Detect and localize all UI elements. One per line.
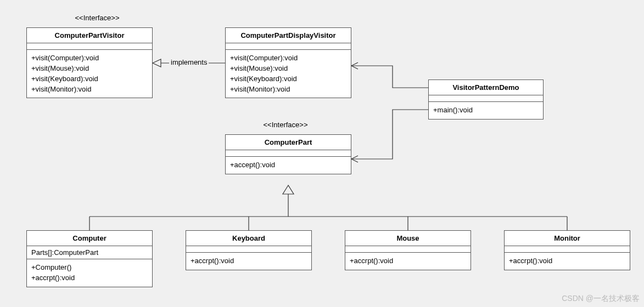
class-methods: +visit(Computer):void +visit(Mouse):void… xyxy=(226,50,351,98)
class-title: VisitorPatternDemo xyxy=(429,80,543,95)
class-computerpart: ComputerPart +accept():void xyxy=(225,134,351,174)
class-title: Monitor xyxy=(505,231,630,246)
class-monitor: Monitor +accrpt():void xyxy=(504,230,630,270)
class-methods: +main():void xyxy=(429,102,543,119)
class-title: ComputerPartDisplayVisitor xyxy=(226,28,351,43)
class-attributes xyxy=(345,246,471,253)
class-computerpartdisplayvisitor: ComputerPartDisplayVisitor +visit(Comput… xyxy=(225,27,351,98)
class-methods: +accrpt():void xyxy=(186,253,311,270)
class-methods: +visit(Computer):void +visit(Mouse):void… xyxy=(27,50,152,98)
class-attributes: Parts[]:ComputerPart xyxy=(27,246,152,259)
class-title: Computer xyxy=(27,231,152,246)
class-computer: Computer Parts[]:ComputerPart +Computer(… xyxy=(26,230,153,287)
stereotype-interface-part: <<Interface>> xyxy=(250,121,321,129)
class-methods: +Computer() +accrpt():void xyxy=(27,259,152,287)
svg-marker-2 xyxy=(283,185,294,194)
class-visitorpatterndemo: VisitorPatternDemo +main():void xyxy=(428,79,544,120)
stereotype-interface-visitor: <<Interface>> xyxy=(61,14,133,22)
watermark: CSDN @一名技术极客 xyxy=(562,294,640,304)
edge-label-implements: implements xyxy=(169,58,209,66)
class-title: ComputerPart xyxy=(226,135,351,150)
svg-marker-1 xyxy=(153,59,161,67)
class-methods: +accrpt():void xyxy=(345,253,471,270)
class-attributes xyxy=(27,43,152,50)
class-title: ComputerPartVisitor xyxy=(27,28,152,43)
class-methods: +accept():void xyxy=(226,157,351,174)
class-mouse: Mouse +accrpt():void xyxy=(345,230,471,270)
class-title: Mouse xyxy=(345,231,471,246)
class-keyboard: Keyboard +accrpt():void xyxy=(186,230,312,270)
class-title: Keyboard xyxy=(186,231,311,246)
class-attributes xyxy=(226,150,351,157)
class-computerpartvisitor: ComputerPartVisitor +visit(Computer):voi… xyxy=(26,27,153,98)
class-attributes xyxy=(505,246,630,253)
class-attributes xyxy=(429,95,543,102)
class-methods: +accrpt():void xyxy=(505,253,630,270)
class-attributes xyxy=(226,43,351,50)
class-attributes xyxy=(186,246,311,253)
